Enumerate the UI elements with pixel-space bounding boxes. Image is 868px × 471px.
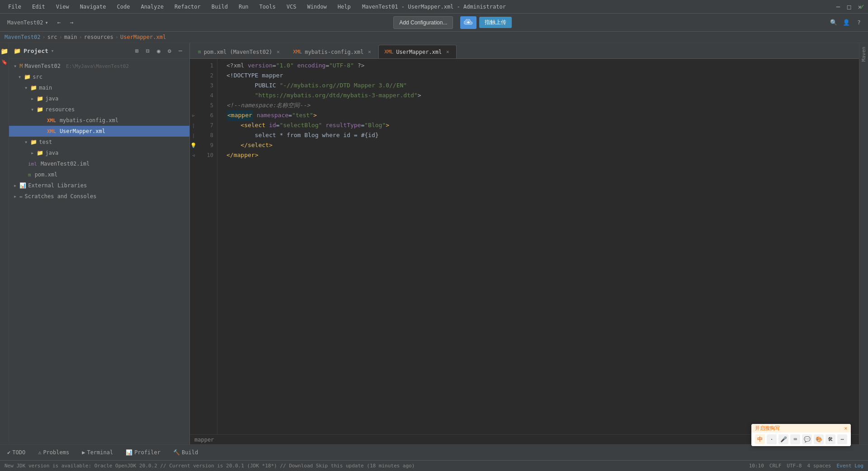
profiler-label: Profiler	[134, 449, 160, 456]
tree-path: E:\MyJava\MavenTest02	[66, 63, 129, 69]
code-line-2: <!DOCTYPE mapper	[226, 71, 859, 81]
code-line-4: "https://mybatis.org/dtd/mybatis-3-mappe…	[226, 90, 859, 100]
menu-window[interactable]: Window	[303, 3, 330, 11]
tab-label: UserMapper.xml	[396, 49, 442, 55]
profiler-tab[interactable]: 📊 Profiler	[123, 447, 163, 457]
tree-item-src[interactable]: 📁 src	[9, 71, 189, 82]
ime-close-button[interactable]: ✕	[844, 425, 847, 431]
upload-button[interactable]: 指触上传	[479, 17, 512, 28]
tree-item-usermapper[interactable]: XML UserMapper.xml	[9, 126, 189, 137]
forward-button[interactable]: →	[66, 17, 77, 28]
tree-item-resources[interactable]: 📁 resources	[9, 104, 189, 115]
tab-close-pom[interactable]: ✕	[275, 49, 281, 55]
code-line-5: <!--namespace:名称空间-->	[226, 100, 859, 110]
settings-icon[interactable]: ⚙	[165, 46, 174, 55]
ime-skin-icon[interactable]: 🎨	[814, 434, 824, 444]
menu-view[interactable]: View	[52, 3, 73, 11]
menu-code[interactable]: Code	[113, 3, 134, 11]
expand-icon	[14, 63, 18, 69]
breadcrumb-project[interactable]: MavenTest02	[5, 34, 40, 40]
menu-edit[interactable]: Edit	[28, 3, 49, 11]
tree-item-scratches[interactable]: ✏ Scratches and Consoles	[9, 191, 189, 202]
ime-chinese-icon[interactable]: 中	[755, 434, 765, 444]
help-icon[interactable]: ?	[854, 17, 864, 28]
fold-icon-10[interactable]: ⊲	[192, 153, 195, 158]
menu-help[interactable]: Help	[334, 3, 354, 11]
tab-mybatis[interactable]: XML mybatis-config.xml ✕	[287, 45, 378, 58]
ime-mic-icon[interactable]: 🎤	[778, 434, 788, 444]
maximize-button[interactable]: □	[845, 3, 853, 10]
todo-tab[interactable]: ✔ TODO	[5, 447, 28, 457]
encoding[interactable]: UTF-8	[787, 463, 802, 469]
project-view-icon[interactable]: 📁	[0, 47, 9, 56]
editor-panel: m pom.xml (MavenTest02) ✕ XML mybatis-co…	[190, 43, 859, 444]
fold-icon-8[interactable]: |	[192, 133, 195, 138]
fold-icon-6[interactable]: ⊳	[192, 113, 195, 118]
tree-item-pom[interactable]: m pom.xml	[9, 169, 189, 180]
terminal-tab[interactable]: ▶ Terminal	[79, 447, 116, 457]
line-num-9: 9	[197, 140, 213, 150]
ime-keyboard-icon[interactable]: ⌨	[790, 434, 800, 444]
menu-navigate[interactable]: Navigate	[76, 3, 110, 11]
expand-all-icon[interactable]: ⊞	[132, 46, 142, 55]
code-editor[interactable]: <?xml version="1.0" encoding="UTF-8" ?> …	[217, 59, 859, 434]
gutter-line-7: |	[190, 120, 197, 130]
indent[interactable]: 4 spaces	[807, 463, 831, 469]
close-panel-icon[interactable]: ─	[176, 46, 185, 55]
gutter-line-4	[190, 90, 197, 100]
tab-pom[interactable]: m pom.xml (MavenTest02) ✕	[192, 45, 287, 58]
tab-usermapper[interactable]: XML UserMapper.xml ✕	[378, 45, 457, 58]
breadcrumb: MavenTest02 › src › main › resources › U…	[0, 32, 868, 43]
breadcrumb-file[interactable]: UserMapper.xml	[120, 34, 166, 40]
cloud-button[interactable]	[460, 16, 476, 29]
build-tab[interactable]: 🔨 Build	[170, 447, 201, 457]
menu-run[interactable]: Run	[235, 3, 252, 11]
minimize-button[interactable]: ─	[835, 3, 842, 10]
folder-icon: 📁	[24, 74, 31, 80]
search-everywhere-icon[interactable]: 🔍	[828, 17, 839, 28]
problems-tab[interactable]: ⚠ Problems	[35, 447, 72, 457]
gutter-line-2	[190, 71, 197, 81]
breadcrumb-main[interactable]: main	[64, 34, 77, 40]
tab-close-usermapper[interactable]: ✕	[444, 49, 451, 55]
tree-item-maventest02[interactable]: M MavenTest02 E:\MyJava\MavenTest02	[9, 61, 189, 71]
ime-more-icon[interactable]: ⋯	[837, 434, 847, 444]
ime-chat-icon[interactable]: 💬	[802, 434, 812, 444]
bookmark-icon[interactable]: 🔖	[0, 57, 9, 67]
ime-tools-icon[interactable]: 🛠	[826, 434, 835, 444]
user-icon[interactable]: 👤	[841, 17, 852, 28]
tab-close-mybatis[interactable]: ✕	[366, 49, 373, 55]
menu-tools[interactable]: Tools	[256, 3, 279, 11]
cursor-position[interactable]: 10:10	[749, 463, 764, 469]
line-ending[interactable]: CRLF	[769, 463, 782, 469]
back-button[interactable]: ←	[54, 17, 65, 28]
ime-dot-icon[interactable]: ·	[767, 434, 777, 444]
editor-content[interactable]: ⊳ | | 💡 ⊲ 1 2 3 4	[190, 59, 859, 434]
add-configuration-button[interactable]: Add Configuration...	[393, 16, 453, 29]
line-num-4: 4	[197, 90, 213, 100]
collapse-all-icon[interactable]: ⊟	[143, 46, 152, 55]
tree-item-external-libs[interactable]: 📊 External Libraries	[9, 180, 189, 191]
tree-item-test-java[interactable]: 📁 java	[9, 147, 189, 158]
locate-icon[interactable]: ◉	[154, 46, 163, 55]
tree-item-iml[interactable]: iml MavenTest02.iml	[9, 158, 189, 169]
tree-item-test[interactable]: 📁 test	[9, 137, 189, 147]
tree-item-java[interactable]: 📁 java	[9, 93, 189, 104]
expand-icon	[31, 106, 35, 113]
tree-item-main[interactable]: 📁 main	[9, 82, 189, 93]
menu-file[interactable]: File	[5, 3, 25, 11]
menu-refactor[interactable]: Refactor	[171, 3, 204, 11]
folder-icon: 📁	[30, 139, 37, 145]
project-dropdown[interactable]: ▾	[51, 48, 54, 54]
maven-panel-label[interactable]: Maven	[860, 43, 868, 65]
tree-item-mybatis-config[interactable]: XML mybatis-config.xml	[9, 115, 189, 126]
event-log[interactable]: Event Log	[836, 463, 863, 469]
menu-analyze[interactable]: Analyze	[137, 3, 167, 11]
breadcrumb-resources[interactable]: resources	[84, 34, 113, 40]
bulb-icon-9[interactable]: 💡	[190, 143, 197, 148]
breadcrumb-src[interactable]: src	[47, 34, 57, 40]
fold-icon-7[interactable]: |	[192, 123, 195, 128]
project-name-button[interactable]: MavenTest02 ▾	[4, 16, 52, 29]
menu-build[interactable]: Build	[208, 3, 231, 11]
menu-vcs[interactable]: VCS	[283, 3, 300, 11]
